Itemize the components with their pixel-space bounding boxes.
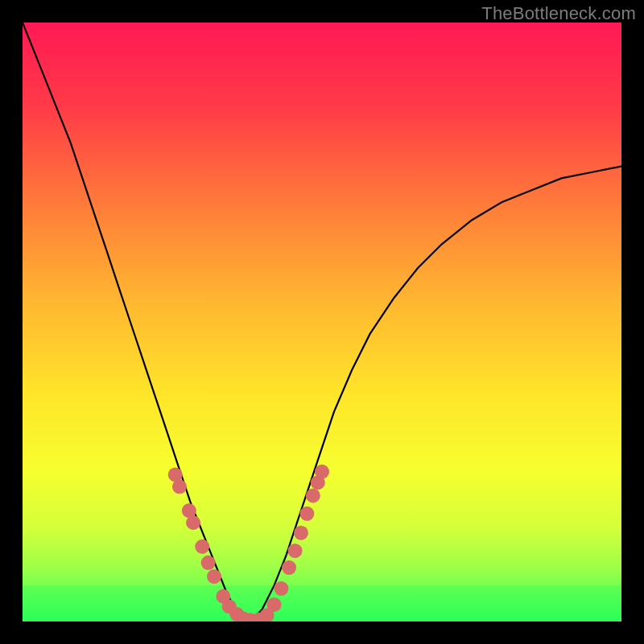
data-dot [207,569,221,584]
data-dot [201,555,216,570]
green-band [23,585,621,621]
green-band-rect [23,585,621,621]
data-dot [306,489,320,503]
data-dot [294,526,308,540]
gradient-bg [23,23,621,621]
watermark-text: TheBottleneck.com [481,3,636,24]
data-dot [266,597,281,612]
data-dot [186,515,200,530]
data-dot [299,506,314,521]
data-dot [288,543,303,558]
data-dot [315,464,329,479]
chart-svg [23,23,621,621]
data-dot [274,581,288,596]
data-dot [172,480,187,494]
data-dot [282,560,296,575]
chart-frame [23,23,621,621]
data-dot [195,539,209,554]
